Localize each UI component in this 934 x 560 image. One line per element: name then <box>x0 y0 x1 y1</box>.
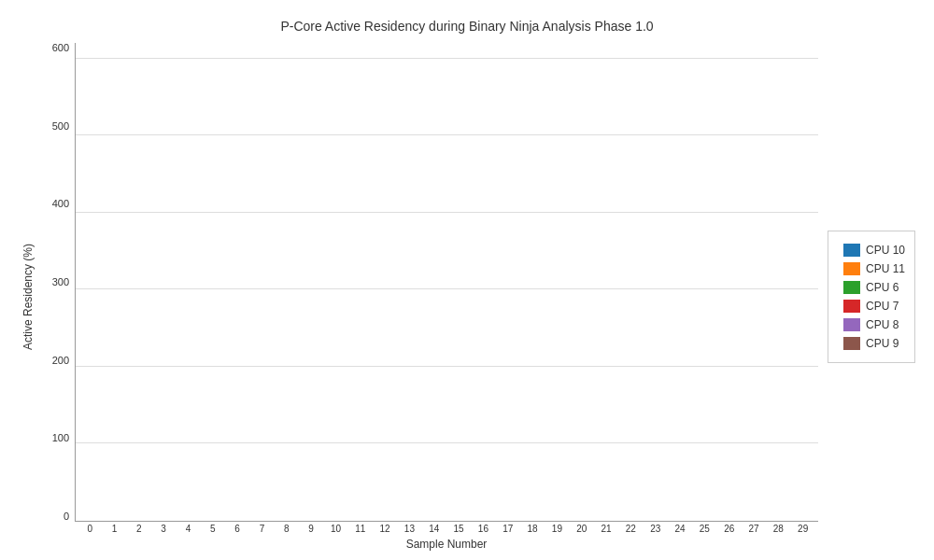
x-tick: 18 <box>521 524 544 534</box>
legend-item: CPU 9 <box>843 337 905 350</box>
x-tick: 1 <box>103 524 125 534</box>
x-tick: 29 <box>792 524 814 534</box>
x-tick: 6 <box>226 524 248 534</box>
y-tick: 500 <box>52 121 69 132</box>
x-tick: 3 <box>152 524 175 534</box>
legend-item: CPU 11 <box>843 262 905 275</box>
x-tick: 24 <box>669 524 691 534</box>
bars-wrapper <box>76 43 818 521</box>
legend-color-box <box>843 244 860 257</box>
x-tick: 16 <box>472 524 494 534</box>
chart-body: Active Residency (%) 6005004003002001000… <box>19 43 915 551</box>
y-tick: 200 <box>52 356 69 366</box>
legend-label: CPU 7 <box>866 300 899 313</box>
x-axis-label: Sample Number <box>41 538 818 551</box>
x-tick: 7 <box>250 524 273 534</box>
x-tick: 12 <box>374 524 396 534</box>
y-tick: 100 <box>52 433 69 443</box>
x-tick: 15 <box>447 524 470 534</box>
x-axis: 0123456789101112131415161718192021222324… <box>41 524 818 534</box>
chart-title: P-Core Active Residency during Binary Ni… <box>19 19 915 34</box>
y-axis-label: Active Residency (%) <box>19 43 37 551</box>
x-tick: 25 <box>693 524 715 534</box>
x-ticks: 0123456789101112131415161718192021222324… <box>75 524 818 534</box>
x-tick: 26 <box>718 524 741 534</box>
x-tick: 17 <box>497 524 519 534</box>
legend-label: CPU 10 <box>866 244 905 257</box>
x-tick: 20 <box>571 524 593 534</box>
x-tick: 11 <box>349 524 372 534</box>
x-tick: 14 <box>423 524 446 534</box>
legend-color-box <box>843 337 860 350</box>
x-tick: 22 <box>619 524 642 534</box>
x-tick: 4 <box>177 524 199 534</box>
legend-label: CPU 11 <box>866 262 905 275</box>
y-tick: 400 <box>52 199 69 209</box>
x-tick: 27 <box>743 524 765 534</box>
legend-label: CPU 8 <box>866 318 899 331</box>
x-tick: 28 <box>767 524 789 534</box>
x-tick: 23 <box>644 524 667 534</box>
legend-color-box <box>843 318 860 331</box>
legend-item: CPU 7 <box>843 300 905 313</box>
chart-plot: 6005004003002001000 <box>41 43 818 522</box>
y-tick: 300 <box>52 277 69 287</box>
x-tick: 5 <box>202 524 224 534</box>
chart-container: P-Core Active Residency during Binary Ni… <box>0 0 934 560</box>
y-tick: 600 <box>52 43 69 53</box>
x-tick: 21 <box>595 524 617 534</box>
legend-item: CPU 8 <box>843 318 905 331</box>
x-tick: 8 <box>276 524 298 534</box>
legend-color-box <box>843 281 860 294</box>
legend: CPU 10CPU 11CPU 6CPU 7CPU 8CPU 9 <box>828 231 915 363</box>
x-tick: 0 <box>78 524 101 534</box>
bars-and-grid <box>75 43 818 522</box>
x-tick: 10 <box>324 524 347 534</box>
x-tick: 9 <box>300 524 322 534</box>
x-tick: 13 <box>398 524 420 534</box>
x-tick: 2 <box>128 524 150 534</box>
x-tick: 19 <box>545 524 568 534</box>
y-axis: 6005004003002001000 <box>41 43 75 522</box>
legend-color-box <box>843 300 860 313</box>
legend-label: CPU 9 <box>866 337 899 350</box>
legend-label: CPU 6 <box>866 281 899 294</box>
legend-item: CPU 6 <box>843 281 905 294</box>
y-tick: 0 <box>64 511 69 522</box>
legend-color-box <box>843 262 860 275</box>
chart-area-wrapper: 6005004003002001000 01234567891011121314… <box>41 43 818 551</box>
legend-item: CPU 10 <box>843 244 905 257</box>
